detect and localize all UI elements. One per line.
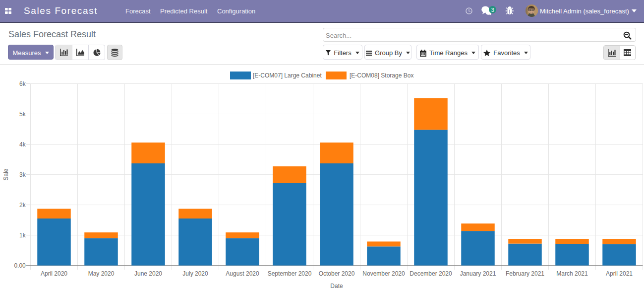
svg-text:Date: Date bbox=[330, 283, 343, 290]
svg-text:October 2020: October 2020 bbox=[319, 270, 355, 277]
svg-text:6k: 6k bbox=[19, 80, 26, 87]
svg-text:0.00: 0.00 bbox=[14, 262, 26, 269]
svg-text:July 2020: July 2020 bbox=[182, 270, 208, 277]
svg-text:December 2020: December 2020 bbox=[410, 270, 452, 277]
svg-text:5k: 5k bbox=[19, 111, 26, 118]
svg-text:April 2020: April 2020 bbox=[41, 270, 67, 277]
svg-text:3k: 3k bbox=[19, 171, 26, 178]
svg-text:February 2021: February 2021 bbox=[506, 270, 544, 277]
svg-text:November 2020: November 2020 bbox=[362, 270, 405, 277]
svg-text:September 2020: September 2020 bbox=[268, 270, 312, 277]
svg-text:2k: 2k bbox=[19, 202, 26, 209]
svg-text:May 2020: May 2020 bbox=[88, 270, 115, 277]
svg-text:August 2020: August 2020 bbox=[226, 270, 259, 277]
svg-text:March 2021: March 2021 bbox=[556, 270, 588, 277]
svg-text:4k: 4k bbox=[19, 141, 26, 148]
svg-text:January 2021: January 2021 bbox=[460, 270, 496, 277]
svg-text:Sale: Sale bbox=[2, 168, 9, 180]
svg-text:April 2021: April 2021 bbox=[606, 270, 633, 277]
svg-text:1k: 1k bbox=[19, 232, 26, 239]
svg-text:June 2020: June 2020 bbox=[134, 270, 162, 277]
